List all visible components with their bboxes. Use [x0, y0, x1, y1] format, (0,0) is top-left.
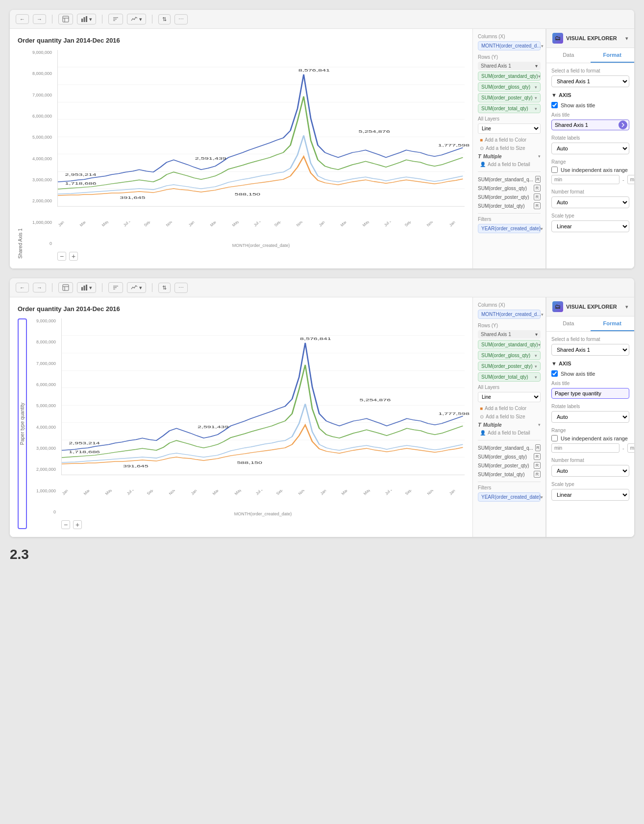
- rotate-labels-row-2: Rotate labels Auto: [551, 404, 629, 423]
- add-color-row-2[interactable]: ■ Add a field to Color: [478, 404, 541, 412]
- range-min-input-1[interactable]: [551, 175, 619, 184]
- chart-inner-2: 9,000,000 8,000,000 7,000,000 6,000,000 …: [27, 318, 465, 529]
- range-max-input-2[interactable]: [627, 443, 634, 453]
- rows-shared-axis-1[interactable]: Shared Axis 1 ▾: [478, 62, 541, 70]
- back-button-2[interactable]: ←: [16, 283, 29, 292]
- axis-section-header-2[interactable]: ▼ AXIS: [551, 361, 629, 366]
- label-multiple-row-1[interactable]: T Multiple ▾: [478, 152, 541, 160]
- scale-type-select-1[interactable]: Linear: [551, 220, 629, 232]
- svg-rect-29: [81, 287, 83, 291]
- label-multiple-row-2[interactable]: T Multiple ▾: [478, 421, 541, 429]
- axis-title-input-1[interactable]: [551, 120, 629, 130]
- add-detail-row-1[interactable]: 👤 Add a field to Detail: [478, 160, 541, 169]
- sum-fields-section-2: SUM(order_standard_q... R SUM(order_glos…: [478, 440, 541, 479]
- zoom-out-button-1[interactable]: −: [57, 252, 66, 261]
- options-button-2[interactable]: ⋯: [174, 283, 188, 293]
- number-format-select-2[interactable]: Auto: [551, 465, 629, 477]
- filter-button[interactable]: ⇅: [158, 14, 171, 24]
- axis-title-row-2: Axis title: [551, 381, 629, 399]
- rotate-labels-row-1: Rotate labels Auto: [551, 135, 629, 154]
- axis-label-highlight-2: Paper type quantity: [18, 318, 27, 529]
- filter-pill-1[interactable]: YEAR(order_created_date) ▾: [478, 224, 541, 233]
- chart-title-2: Order quantity Jan 2014-Dec 2016: [18, 305, 465, 313]
- select-field-select-1[interactable]: Shared Axis 1: [551, 75, 629, 87]
- row-field-3[interactable]: SUM(order_poster_qty) ▾: [478, 93, 541, 102]
- columns-label-1: Columns (X): [478, 34, 541, 39]
- forward-button-2[interactable]: →: [33, 283, 46, 292]
- sort-button-2[interactable]: [108, 282, 123, 293]
- add-detail-row-2[interactable]: 👤 Add a field to Detail: [478, 429, 541, 437]
- filter-button-2[interactable]: ⇅: [158, 283, 171, 293]
- row-field-2-1[interactable]: SUM(order_standard_qty) ▾: [478, 340, 541, 349]
- columns-field-pill-2[interactable]: MONTH(order_created_d... ▾: [478, 310, 541, 319]
- layer-type-select-2[interactable]: Line: [478, 392, 541, 402]
- axis-title-input-2[interactable]: [551, 388, 629, 399]
- zoom-in-button-1[interactable]: +: [69, 252, 78, 261]
- filters-label-2: Filters: [478, 485, 541, 490]
- forward-button[interactable]: →: [33, 14, 46, 24]
- options-button[interactable]: ⋯: [174, 14, 188, 24]
- rows-shared-axis-2[interactable]: Shared Axis 1 ▾: [478, 330, 541, 339]
- explorer-menu-button-1[interactable]: ▾: [625, 35, 628, 42]
- chart-title-1: Order quantity Jan 2014-Dec 2016: [18, 37, 465, 44]
- row-field-2-2[interactable]: SUM(order_gloss_qty) ▾: [478, 351, 541, 360]
- axis-section-header-1[interactable]: ▼ AXIS: [551, 92, 629, 98]
- number-format-row-1: Number format Auto: [551, 189, 629, 208]
- select-field-select-2[interactable]: Shared Axis 1: [551, 344, 629, 356]
- chart-view-button[interactable]: ▾: [77, 14, 96, 24]
- rotate-labels-select-1[interactable]: Auto: [551, 143, 629, 154]
- back-button[interactable]: ←: [16, 14, 29, 24]
- chart-container-1: Shared Axis 1 9,000,000 8,000,000 7,000,…: [18, 50, 465, 261]
- scale-type-row-1: Scale type Linear: [551, 213, 629, 232]
- show-axis-title-checkbox-1[interactable]: [551, 102, 558, 108]
- content-area-1: Order quantity Jan 2014-Dec 2016 Shared …: [10, 29, 634, 268]
- columns-field-pill-1[interactable]: MONTH(order_created_d... ▾: [478, 41, 541, 50]
- sum-field-row-4: SUM(order_total_qty) R: [478, 201, 541, 210]
- table-view-button-2[interactable]: [58, 282, 73, 293]
- independent-range-checkbox-1[interactable]: [551, 167, 558, 173]
- add-size-row-1[interactable]: ⊙ Add a field to Size: [478, 144, 541, 152]
- panel-1: ← → ▾ ▾ ⇅ ⋯ Order quantity Jan 2014-Dec …: [10, 10, 634, 268]
- explorer-menu-button-2[interactable]: ▾: [625, 304, 628, 310]
- all-layers-label-2: All Layers: [478, 385, 541, 390]
- rows-label-1: Rows (Y): [478, 54, 541, 60]
- format-panel-2: 🗂 VISUAL EXPLORER ▾ Data Format Select a…: [546, 297, 634, 537]
- range-min-input-2[interactable]: [551, 443, 619, 453]
- y-axis-1: 9,000,000 8,000,000 7,000,000 6,000,000 …: [23, 50, 55, 246]
- chart-view-button-2[interactable]: ▾: [77, 282, 96, 293]
- analytics-button-2[interactable]: ▾: [127, 282, 146, 293]
- show-axis-title-checkbox-2[interactable]: [551, 370, 558, 377]
- range-inputs-1: -: [551, 175, 629, 184]
- chart-plot-1: 8,576,841 5,254,876 2,953,214 2,591,439 …: [57, 50, 465, 207]
- range-max-input-1[interactable]: [627, 175, 634, 184]
- format-header-2: 🗂 VISUAL EXPLORER ▾: [546, 297, 634, 316]
- sum-field-2-row-3: SUM(order_poster_qty) R: [478, 461, 541, 470]
- row-field-4[interactable]: SUM(order_total_qty) ▾: [478, 104, 541, 113]
- svg-rect-26: [63, 285, 69, 291]
- format-tab-1[interactable]: Format: [591, 48, 635, 63]
- rotate-labels-select-2[interactable]: Auto: [551, 411, 629, 423]
- scale-type-select-2[interactable]: Linear: [551, 489, 629, 501]
- add-size-row-2[interactable]: ⊙ Add a field to Size: [478, 412, 541, 421]
- sort-button[interactable]: [108, 14, 123, 24]
- data-tab-2[interactable]: Data: [546, 316, 591, 331]
- row-field-2-4[interactable]: SUM(order_total_qty) ▾: [478, 372, 541, 382]
- zoom-in-button-2[interactable]: +: [73, 520, 82, 529]
- table-view-button[interactable]: [58, 14, 73, 24]
- chart-zoom-2: − +: [61, 520, 465, 529]
- zoom-out-button-2[interactable]: −: [61, 520, 70, 529]
- row-field-2-3[interactable]: SUM(order_poster_qty) ▾: [478, 362, 541, 371]
- add-color-row-1[interactable]: ■ Add a field to Color: [478, 136, 541, 144]
- data-tab-1[interactable]: Data: [546, 48, 591, 63]
- layer-type-select-1[interactable]: Line: [478, 123, 541, 134]
- format-tab-2[interactable]: Format: [591, 316, 635, 331]
- number-format-select-1[interactable]: Auto: [551, 196, 629, 208]
- analytics-button[interactable]: ▾: [127, 14, 146, 24]
- independent-range-checkbox-2[interactable]: [551, 435, 558, 441]
- svg-rect-0: [63, 16, 69, 22]
- filter-pill-2[interactable]: YEAR(order_created_date) ▾: [478, 492, 541, 502]
- separator-1: [52, 15, 52, 24]
- number-format-row-2: Number format Auto: [551, 458, 629, 477]
- row-field-1[interactable]: SUM(order_standard_qty) ▾: [478, 72, 541, 81]
- row-field-2[interactable]: SUM(order_gloss_qty) ▾: [478, 82, 541, 92]
